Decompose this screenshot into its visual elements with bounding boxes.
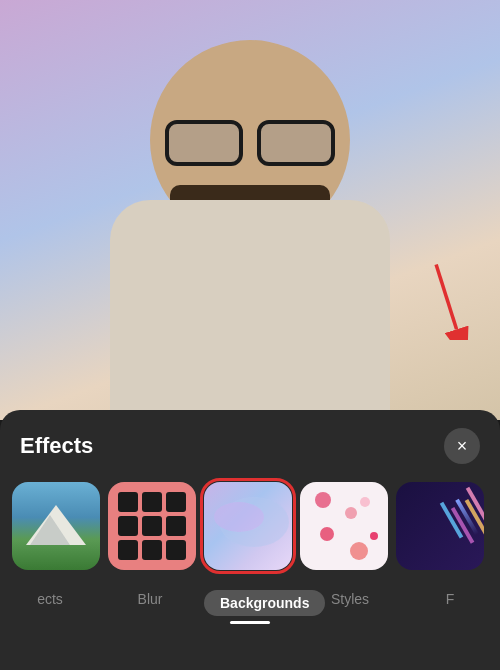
tab-styles[interactable]: Styles [300, 584, 400, 624]
tab-blur-label: Blur [138, 591, 163, 607]
tab-styles-label: Styles [331, 591, 369, 607]
thumbnail-fireworks[interactable] [396, 482, 484, 570]
tape-dot [142, 540, 162, 560]
tape-dot [166, 516, 186, 536]
tape-dot [142, 492, 162, 512]
tape-dot [118, 492, 138, 512]
tab-backgrounds-label: Backgrounds [220, 595, 309, 611]
flower-dot [360, 497, 370, 507]
flowers-inner [300, 482, 388, 570]
close-button[interactable]: × [444, 428, 480, 464]
tape-dot [118, 540, 138, 560]
tab-more[interactable]: F [400, 584, 500, 624]
tape-dot [142, 516, 162, 536]
tab-effects[interactable]: ects [0, 584, 100, 624]
red-arrow-icon [420, 260, 470, 340]
thumbnail-tape[interactable] [108, 482, 196, 570]
flower-dot [370, 532, 378, 540]
effects-thumbnails [0, 474, 500, 578]
tab-effects-label: ects [37, 591, 63, 607]
tape-dot [118, 516, 138, 536]
tape-dot [166, 492, 186, 512]
person-glasses [165, 120, 335, 160]
panel-title: Effects [20, 433, 93, 459]
flower-dot [345, 507, 357, 519]
tab-more-label: F [446, 591, 455, 607]
thumbnail-clouds[interactable] [204, 482, 292, 570]
person-silhouette [80, 20, 420, 420]
person-body [110, 200, 390, 420]
tab-blur[interactable]: Blur [100, 584, 200, 624]
thumbnail-flowers[interactable] [300, 482, 388, 570]
flower-dot [320, 527, 334, 541]
effects-panel: Effects × [0, 410, 500, 670]
camera-preview [0, 0, 500, 420]
tape-grid [108, 482, 196, 570]
svg-line-1 [436, 264, 456, 329]
thumbnail-mountains[interactable] [12, 482, 100, 570]
tab-backgrounds[interactable]: Backgrounds [200, 584, 300, 624]
flower-dot [315, 492, 331, 508]
arrow-indicator [420, 260, 470, 344]
panel-header: Effects × [0, 410, 500, 474]
category-tabs: ects Blur Backgrounds Styles F [0, 578, 500, 628]
flower-dot [350, 542, 368, 560]
tape-dot [166, 540, 186, 560]
